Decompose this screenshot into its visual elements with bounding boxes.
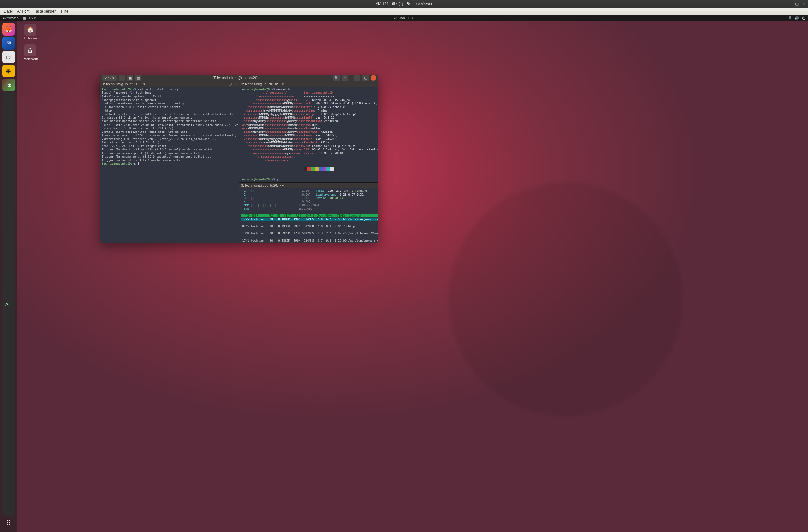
minimize-icon[interactable]: — xyxy=(788,2,791,6)
tilix-body: 1: technium@ubuntu20: ~ ▾ ▢✕ technium@ub… xyxy=(100,81,378,243)
menu-file[interactable]: Datei xyxy=(4,9,13,14)
desktop-label: Papierkorb xyxy=(20,57,40,61)
tilix-fullscreen-button[interactable]: ▣ xyxy=(127,75,133,81)
network-icon[interactable]: ⠿ xyxy=(789,16,791,20)
pane-tab-1[interactable]: 1: technium@ubuntu20: ~ ▾ ▢✕ xyxy=(100,81,239,87)
window-close-button[interactable]: ✕ xyxy=(370,75,376,81)
remote-viewer-menubar: Datei Ansicht Taste senden Hilfe xyxy=(0,8,808,15)
tilix-hamburger-button[interactable]: ≡ xyxy=(342,75,348,81)
sound-icon[interactable]: 🔊 xyxy=(794,16,799,20)
power-icon[interactable]: ⏻ xyxy=(802,16,806,20)
pane-maximize-icon[interactable]: ▢ xyxy=(228,82,232,86)
pane-close-icon[interactable]: ✕ xyxy=(234,82,237,86)
window-maximize-button[interactable]: ▢ xyxy=(362,75,369,81)
maximize-icon[interactable]: ▢ xyxy=(795,2,798,6)
gnome-dock: 🦊 ✉ 🗂 ◉ 🛍 >_ ▦ ⠿ xyxy=(0,21,17,532)
tilix-add-session-button[interactable]: + xyxy=(119,75,125,81)
dock-app-software[interactable]: 🛍 xyxy=(2,78,15,91)
gnome-clock[interactable]: 23. Jan 11:38 xyxy=(393,16,415,20)
remote-viewer-titlebar[interactable]: VM 121 - tilix (1) - Remote Viewer — ▢ ✕ xyxy=(0,0,808,8)
dock-app-rhythmbox[interactable]: ◉ xyxy=(2,65,15,77)
desktop-icon-home[interactable]: 🏠 technium xyxy=(20,24,40,40)
terminal-2[interactable]: technium@ubuntu20:~$ neofetch .-/+oossss… xyxy=(239,87,378,182)
desktop-label: technium xyxy=(20,37,40,40)
dock-app-files[interactable]: 🗂 xyxy=(2,51,15,63)
terminal-3[interactable]: 1 [|| 2.0%] Tasks: 116, 276 thr; 1 runni… xyxy=(239,188,378,243)
tilix-window[interactable]: 2 / 2 ▾ + ▣ ▤ Tilix: technium@ubuntu20: … xyxy=(100,75,378,243)
tilix-pane-1[interactable]: 1: technium@ubuntu20: ~ ▾ ▢✕ technium@ub… xyxy=(100,81,239,243)
tilix-sidebar-button[interactable]: ▤ xyxy=(135,75,141,81)
pane-tab-3[interactable]: 3: technium@ubuntu20: ~ ▾ ▢✕ xyxy=(239,183,378,188)
trash-icon: 🗑 xyxy=(24,44,36,56)
dock-app-firefox[interactable]: 🦊 xyxy=(2,23,15,36)
tilix-search-button[interactable]: 🔍 xyxy=(333,75,339,81)
remote-viewer-title: VM 121 - tilix (1) - Remote Viewer xyxy=(375,2,433,6)
dock-app-terminal[interactable]: >_ xyxy=(2,92,15,516)
tilix-pane-3[interactable]: 3: technium@ubuntu20: ~ ▾ ▢✕ 1 [|| 2.0%]… xyxy=(239,183,378,243)
close-icon[interactable]: ✕ xyxy=(802,2,806,6)
menu-help[interactable]: Hilfe xyxy=(61,9,69,14)
tilix-pane-2[interactable]: 2: technium@ubuntu20: ~ ▾ ▢✕ technium@ub… xyxy=(239,81,378,183)
home-folder-icon: 🏠 xyxy=(24,24,36,36)
pane-tab-2[interactable]: 2: technium@ubuntu20: ~ ▾ ▢✕ xyxy=(239,81,378,87)
dock-app-thunderbird[interactable]: ✉ xyxy=(2,37,15,50)
activities-button[interactable]: Aktivitäten xyxy=(2,16,19,20)
remote-viewer-window: VM 121 - tilix (1) - Remote Viewer — ▢ ✕… xyxy=(0,0,808,532)
menu-sendkey[interactable]: Taste senden xyxy=(34,9,56,14)
terminal-1[interactable]: technium@ubuntu20:~$ sudo apt install ht… xyxy=(100,87,239,243)
show-applications-icon[interactable]: ⠿ xyxy=(2,517,15,530)
tilix-title: Tilix: technium@ubuntu20: ~ xyxy=(143,76,331,80)
menu-view[interactable]: Ansicht xyxy=(17,9,29,14)
guest-screen: Aktivitäten ▦ Tilix ▾ 23. Jan 11:38 ⠿ 🔊 … xyxy=(0,15,808,532)
desktop-icon-trash[interactable]: 🗑 Papierkorb xyxy=(20,44,40,61)
gnome-topbar[interactable]: Aktivitäten ▦ Tilix ▾ 23. Jan 11:38 ⠿ 🔊 … xyxy=(0,15,808,21)
tilix-session-switcher[interactable]: 2 / 2 ▾ xyxy=(102,75,117,81)
app-indicator[interactable]: ▦ Tilix ▾ xyxy=(23,16,36,20)
window-minimize-button[interactable]: — xyxy=(354,75,361,81)
tilix-headerbar[interactable]: 2 / 2 ▾ + ▣ ▤ Tilix: technium@ubuntu20: … xyxy=(100,75,378,81)
desktop-icons: 🏠 technium 🗑 Papierkorb xyxy=(20,24,40,65)
